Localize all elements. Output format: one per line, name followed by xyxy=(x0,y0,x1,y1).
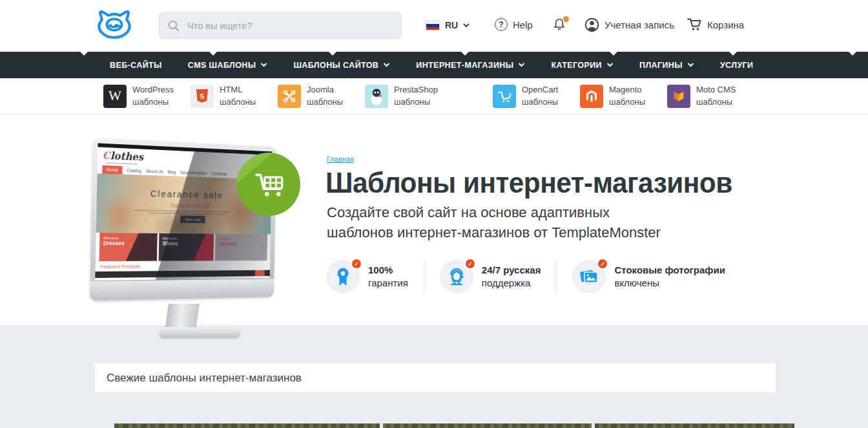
russian-flag-icon xyxy=(426,21,440,30)
template-thumbnails-strip[interactable] xyxy=(114,423,794,428)
stock-photos-icon xyxy=(579,267,599,286)
nav-notch xyxy=(80,52,88,59)
thumbnail-gap xyxy=(592,423,595,428)
guarantee-ribbon-icon xyxy=(334,266,352,287)
wordpress-icon: W xyxy=(103,85,127,108)
nav-notch xyxy=(209,52,217,59)
subnav-prestashop[interactable]: PrestaShopшаблоны xyxy=(365,84,493,109)
notifications-button[interactable] xyxy=(552,17,569,35)
notification-dot xyxy=(563,16,569,22)
nav-notch xyxy=(849,52,856,59)
user-circle-icon xyxy=(584,17,599,32)
support-agent-icon xyxy=(446,266,467,287)
language-code: RU xyxy=(445,20,458,30)
feature-guarantee: ✓ 100% гарантия xyxy=(326,260,424,294)
hero-subtitle: Создайте свой сайт на основе адаптивных … xyxy=(327,202,661,242)
search-icon xyxy=(168,20,180,32)
chevron-down-icon xyxy=(687,63,694,67)
cart-link[interactable]: Корзина xyxy=(687,17,744,32)
subnav-magento[interactable]: Magentoшаблоны xyxy=(580,84,667,109)
fresh-templates-title: Свежие шаблоны интернет-магазинов xyxy=(107,372,302,385)
prestashop-icon xyxy=(365,85,388,108)
feature-stock-photos: ✓ Стоковые фотографии включены xyxy=(556,260,741,294)
cms-subnav: W WordPressшаблоны 5 HTMLшаблоны xyxy=(0,78,868,114)
nav-notch xyxy=(729,52,737,59)
cart-label: Корзина xyxy=(707,19,744,30)
joomla-icon xyxy=(278,85,301,108)
demo-site-footer xyxy=(95,270,270,278)
check-badge-icon: ✓ xyxy=(597,258,608,270)
templatemonster-page: RU ? Help Учетная запись xyxy=(0,0,868,428)
motocms-icon xyxy=(667,85,690,108)
question-circle-icon: ? xyxy=(495,18,508,31)
account-label: Учетная запись xyxy=(604,19,674,30)
chevron-down-icon xyxy=(260,63,267,67)
chevron-down-icon xyxy=(606,63,614,67)
account-link[interactable]: Учетная запись xyxy=(584,17,674,32)
chevron-down-icon xyxy=(518,63,525,67)
nav-item-cms-templates[interactable]: CMS ШАБЛОНЫ xyxy=(188,61,268,70)
thumbnail-gap xyxy=(380,423,383,428)
nav-item-site-templates[interactable]: ШАБЛОНЫ САЙТОВ xyxy=(293,61,390,70)
opencart-icon xyxy=(493,85,516,108)
fresh-templates-heading-bar: Свежие шаблоны интернет-магазинов xyxy=(95,363,776,392)
subnav-wordpress[interactable]: W WordPressшаблоны xyxy=(103,84,191,109)
ecommerce-cart-badge xyxy=(237,153,300,216)
svg-text:5: 5 xyxy=(200,92,204,100)
subnav-motocms[interactable]: Moto CMSшаблоны xyxy=(667,84,754,109)
breadcrumb-home[interactable]: Главная xyxy=(327,155,354,163)
shopping-cart-icon xyxy=(251,169,286,199)
nav-notch xyxy=(461,52,469,59)
nav-notch xyxy=(610,52,617,59)
language-switcher[interactable]: RU xyxy=(426,20,470,30)
top-header: RU ? Help Учетная запись xyxy=(0,0,868,52)
html5-icon: 5 xyxy=(191,85,214,108)
templatemonster-logo-icon[interactable] xyxy=(95,6,134,43)
chevron-down-icon xyxy=(463,23,470,28)
subnav-html[interactable]: 5 HTMLшаблоны xyxy=(191,84,278,109)
check-badge-icon: ✓ xyxy=(351,258,362,270)
main-navbar: ВЕБ-САЙТЫ CMS ШАБЛОНЫ ШАБЛОНЫ САЙТОВ ИНТ… xyxy=(0,52,868,78)
help-label: Help xyxy=(513,19,533,30)
nav-item-categories[interactable]: КАТЕГОРИИ xyxy=(551,61,614,70)
page-title: Шаблоны интернет-магазинов xyxy=(326,166,732,200)
chevron-down-icon xyxy=(383,63,390,67)
monitor-chin xyxy=(90,279,274,301)
feature-list: ✓ 100% гарантия ✓ 24/7 русская xyxy=(326,260,741,294)
nav-item-services[interactable]: УСЛУГИ xyxy=(720,61,754,70)
nav-item-ecommerce[interactable]: ИНТЕРНЕТ-МАГАЗИНЫ xyxy=(416,61,525,70)
search-input[interactable] xyxy=(186,20,393,32)
cart-icon xyxy=(687,17,702,32)
magento-icon xyxy=(580,85,603,108)
nav-item-plugins[interactable]: ПЛАГИНЫ xyxy=(639,61,694,70)
subnav-joomla[interactable]: Joomlaшаблоны xyxy=(278,84,365,109)
check-badge-icon: ✓ xyxy=(464,258,476,270)
site-search xyxy=(159,12,402,39)
feature-support: ✓ 24/7 русская поддержка xyxy=(424,260,557,294)
demo-shop-now-button: Shop now xyxy=(180,216,205,224)
nav-notch xyxy=(329,52,336,59)
demo-site-categories: Women's Dresses Women's Shoes Women's Ja… xyxy=(96,233,271,261)
monitor-stand-base xyxy=(159,327,240,337)
help-link[interactable]: ? Help xyxy=(495,18,533,31)
nav-item-websites[interactable]: ВЕБ-САЙТЫ xyxy=(110,61,162,70)
demo-site-logo: Clothes xyxy=(103,149,144,163)
subnav-opencart[interactable]: OpenCartшаблоны xyxy=(493,84,580,109)
